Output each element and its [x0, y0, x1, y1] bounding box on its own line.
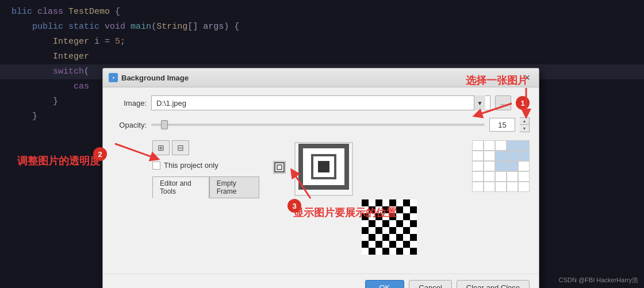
svg-rect-51 — [396, 234, 403, 241]
svg-rect-53 — [410, 234, 417, 241]
rg-cell — [518, 140, 530, 151]
svg-rect-46 — [362, 234, 369, 241]
svg-rect-13 — [410, 199, 417, 206]
svg-rect-27 — [396, 213, 403, 220]
svg-rect-57 — [382, 241, 389, 248]
svg-rect-11 — [396, 199, 403, 206]
svg-rect-32 — [375, 220, 382, 227]
svg-rect-52 — [403, 234, 410, 241]
arrow-3-svg — [282, 167, 328, 201]
spin-down-button[interactable]: ▼ — [520, 125, 529, 132]
rg-cell — [518, 182, 530, 192]
rg-cell — [507, 182, 518, 192]
cancel-button[interactable]: Cancel — [409, 280, 451, 288]
svg-rect-58 — [389, 241, 396, 248]
rg-cell — [484, 171, 495, 182]
svg-rect-67 — [396, 248, 403, 255]
arrow-1-svg — [471, 98, 518, 121]
pixel-grid-svg: /* generated below */ — [362, 140, 419, 198]
dialog-footer: OK Cancel Clear and Close — [103, 274, 539, 288]
svg-rect-49 — [382, 234, 389, 241]
tab-empty-frame[interactable]: Empty Frame — [209, 176, 259, 198]
svg-rect-61 — [410, 241, 417, 248]
svg-rect-69 — [410, 248, 417, 255]
tiling-controls: ⊞ ⊟ This project only Editor and Tools E… — [152, 140, 259, 201]
rg-cell — [472, 161, 484, 171]
watermark: CSDN @FBI HackerHarry浩 — [559, 276, 638, 285]
svg-rect-30 — [362, 220, 369, 227]
rg-cell — [495, 182, 507, 192]
svg-rect-64 — [375, 248, 382, 255]
svg-rect-36 — [403, 220, 410, 227]
svg-rect-66 — [389, 248, 396, 255]
rg-cell — [484, 140, 495, 151]
tiling-vertical-button[interactable]: ⊟ — [172, 140, 189, 155]
svg-rect-65 — [382, 248, 389, 255]
rg-cell — [507, 140, 518, 151]
tab-editor-tools[interactable]: Editor and Tools — [152, 176, 209, 198]
svg-rect-33 — [382, 220, 389, 227]
svg-rect-59 — [396, 241, 403, 248]
image-path-value: D:\1.jpeg — [156, 99, 186, 107]
svg-rect-54 — [362, 241, 369, 248]
rg-cell — [495, 151, 507, 161]
svg-rect-35 — [396, 220, 403, 227]
svg-rect-50 — [389, 234, 396, 241]
rg-cell — [472, 140, 484, 151]
svg-rect-56 — [375, 241, 382, 248]
rg-cell — [484, 182, 495, 192]
right-grid-cells — [472, 140, 530, 192]
svg-rect-47 — [369, 234, 375, 241]
svg-rect-12 — [403, 199, 410, 206]
rg-cell — [507, 161, 518, 171]
svg-rect-43 — [396, 227, 403, 234]
svg-rect-45 — [410, 227, 417, 234]
clear-close-button[interactable]: Clear and Close — [457, 280, 530, 288]
image-path-dropdown[interactable]: D:\1.jpeg ▼ — [151, 95, 490, 110]
arrow-2-svg — [109, 138, 167, 167]
svg-rect-68 — [403, 248, 410, 255]
rg-cell — [507, 171, 518, 182]
rg-cell — [472, 182, 484, 192]
rg-cell — [495, 140, 507, 151]
project-only-row: This project only — [152, 161, 259, 170]
rg-cell — [495, 161, 507, 171]
svg-rect-63 — [369, 248, 375, 255]
svg-rect-37 — [410, 220, 417, 227]
right-partial-grid — [472, 140, 530, 192]
opacity-slider-track — [151, 124, 485, 126]
annotation-2-text: 调整图片的透明度 — [17, 154, 100, 168]
dialog-title-text: Background Image — [121, 74, 189, 82]
tab-row: Editor and Tools Empty Frame — [152, 176, 259, 198]
svg-rect-60 — [403, 241, 410, 248]
tiling-row-1: ⊞ ⊟ — [152, 140, 259, 155]
svg-rect-40 — [375, 227, 382, 234]
rg-cell — [518, 171, 530, 182]
dialog-title-left: ▪ Background Image — [109, 73, 189, 82]
svg-rect-62 — [362, 248, 369, 255]
rg-cell — [495, 171, 507, 182]
svg-rect-1 — [277, 165, 282, 170]
rg-cell — [507, 151, 518, 161]
rg-cell — [472, 151, 484, 161]
dialog-icon: ▪ — [109, 73, 118, 82]
svg-rect-29 — [410, 213, 417, 220]
rg-cell — [518, 151, 530, 161]
rg-cell — [484, 161, 495, 171]
svg-rect-20 — [403, 206, 410, 213]
svg-rect-42 — [389, 227, 396, 234]
annotation-2-badge: 2 — [93, 147, 107, 161]
rg-cell — [518, 161, 530, 171]
svg-rect-41 — [382, 227, 389, 234]
svg-rect-48 — [375, 234, 382, 241]
svg-rect-21 — [410, 206, 417, 213]
opacity-slider-container[interactable] — [151, 119, 485, 130]
opacity-slider-thumb[interactable] — [161, 120, 168, 129]
ok-button[interactable]: OK — [365, 280, 405, 288]
annotation-3-text: 显示图片要展示的位置 — [293, 206, 397, 220]
svg-rect-39 — [369, 227, 375, 234]
pixel-grid-container: /* generated below */ — [362, 140, 465, 259]
opacity-row: Opacity: 15 ▲ ▼ — [112, 117, 530, 132]
image-label: Image: — [112, 99, 147, 107]
rg-cell — [472, 171, 484, 182]
